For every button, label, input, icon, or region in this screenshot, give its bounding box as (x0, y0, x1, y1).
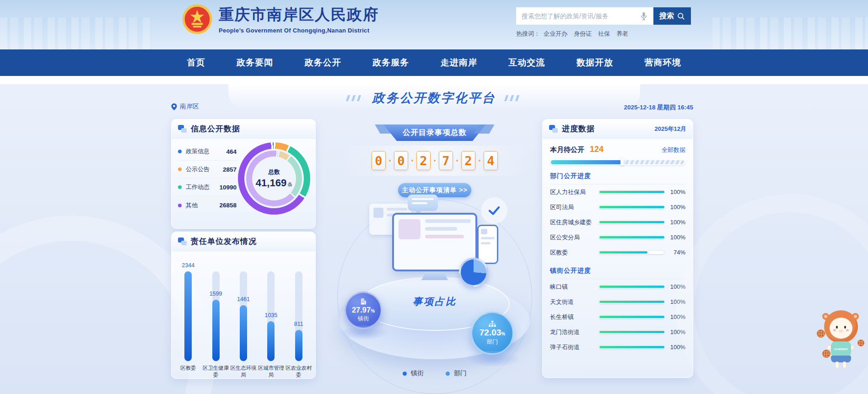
search-input[interactable] (516, 7, 653, 25)
towns-percent: 27.97% (352, 306, 375, 314)
progress-row: 区司法局100% (550, 200, 685, 215)
site-header: 重庆市南岸区人民政府 People’s Government Of Chongq… (0, 0, 868, 49)
departments-label: 部门 (487, 338, 498, 346)
progress-row-track (598, 285, 664, 289)
towns-label: 镇街 (358, 315, 369, 323)
departments-share-bubble: 72.03% 部门 (471, 312, 514, 355)
progress-row: 弹子石街道100% (550, 340, 685, 355)
legend-name: 工作动态 (186, 183, 219, 191)
legend-name: 公示公告 (186, 165, 223, 173)
bar-column: 1461 (230, 271, 257, 361)
progress-row-name: 龙门浩街道 (550, 328, 598, 336)
progress-row-percent: 100% (664, 219, 685, 226)
voice-search-icon[interactable] (639, 11, 649, 21)
brand-text: 重庆市南岸区人民政府 People’s Government Of Chongq… (219, 5, 379, 34)
bar-fill (267, 321, 275, 361)
panel-title: 进度数据 (562, 124, 595, 134)
pie-chart-icon (459, 258, 488, 287)
progress-row-fill (599, 221, 664, 223)
bar-category-label: 区城市管理局 (257, 365, 285, 378)
bar-chart: 2344159914611035811 (172, 251, 315, 361)
national-emblem-icon (182, 4, 212, 34)
progress-row-track (598, 220, 664, 224)
bar-column: 811 (286, 271, 312, 361)
progress-row: 区住房城乡建委100% (550, 215, 685, 230)
all-data-link[interactable]: 全部数据 (662, 146, 685, 154)
search-button[interactable]: 搜索 (653, 7, 691, 25)
nav-item-首页[interactable]: 首页 (184, 55, 208, 70)
bar-value-label: 1461 (237, 296, 250, 302)
progress-row-percent: 100% (664, 329, 685, 335)
pending-value: 124 (590, 145, 604, 154)
bar-column: 1035 (258, 271, 284, 361)
progress-row-track (598, 315, 664, 319)
hot-word[interactable]: 养老 (616, 30, 628, 37)
platform-illustration: 事项占比 (341, 201, 528, 366)
info-open-data-panel: 信息公开数据 政策信息464公示公告2857工作动态10990其他26858 总… (171, 119, 316, 229)
bar-track: 1035 (267, 271, 275, 361)
progress-row: 天文街道100% (550, 294, 685, 309)
ribbon-banner: 公开目录事项总数 (377, 124, 492, 141)
bar-value-label: 2344 (182, 262, 194, 269)
bar-fill (212, 300, 220, 361)
donut-center: 总数 41,169条 (252, 157, 296, 200)
progress-row-percent: 100% (664, 313, 685, 320)
legend-dot (178, 204, 182, 207)
progress-row-fill (599, 251, 647, 254)
center-column: 公开目录事项总数 002724 主动公开事项清单 >> 事项占比 (341, 119, 528, 394)
chat-bubble-illustration (408, 194, 438, 211)
bar-category-label: 区生态环境局 (230, 365, 257, 378)
progress-row-name: 区住房城乡建委 (550, 218, 598, 227)
counter-digit: 2 (461, 151, 475, 170)
title-deco-right (504, 95, 522, 101)
bar-categories: 区教委区卫生健康委区生态环境局区城市管理局区农业农村委 (172, 361, 315, 378)
city-skyline-left (0, 17, 151, 49)
legend-row: 工作动态10990 (178, 178, 237, 196)
progress-row-track (598, 250, 664, 254)
progress-row-name: 区公安分局 (550, 233, 598, 242)
progress-row-percent: 100% (664, 298, 685, 305)
hot-word[interactable]: 企业开办 (544, 30, 567, 37)
legend-value: 26858 (219, 202, 237, 209)
region-selector[interactable]: 南岸区 (171, 103, 199, 111)
lion-leg (842, 362, 846, 368)
bar-fill (295, 330, 302, 361)
nav-item-政务公开[interactable]: 政务公开 (302, 55, 344, 70)
bar-value-label: 1599 (210, 291, 222, 297)
bar-track: 2344 (184, 271, 192, 361)
shirt-text: SUMMER (834, 348, 848, 351)
bar-track: 1461 (240, 271, 247, 361)
lion-ear (822, 313, 829, 320)
legend-name: 政策信息 (186, 147, 226, 156)
month-progress-handle[interactable] (620, 158, 624, 166)
hot-search-row: 热搜词： 企业开办身份证社保养老 (516, 30, 691, 38)
magnifier-icon (677, 12, 685, 20)
progress-row-fill (599, 316, 664, 318)
panel-header: 责任单位发布情况 (172, 232, 315, 251)
counter-digit: 4 (484, 151, 498, 170)
main-nav: 首页政务要闻政务公开政务服务走进南岸互动交流数据开放营商环境 (0, 49, 868, 76)
bubble-pedestal (465, 351, 519, 367)
panel-header: 信息公开数据 (172, 119, 315, 139)
hot-word[interactable]: 社保 (598, 30, 610, 37)
site-logo-link[interactable]: 重庆市南岸区人民政府 People’s Government Of Chongq… (182, 4, 379, 34)
nav-item-政务服务[interactable]: 政务服务 (370, 55, 412, 70)
progress-row-track (598, 300, 664, 304)
legend-row: 其他26858 (178, 196, 237, 214)
counter-digit: 7 (439, 151, 453, 170)
nav-item-数据开放[interactable]: 数据开放 (574, 55, 616, 70)
nav-item-政务要闻[interactable]: 政务要闻 (234, 55, 276, 70)
nav-item-走进南岸[interactable]: 走进南岸 (438, 55, 480, 70)
main-content: 政务公开数字化平台 南岸区 2025-12-18 星期四 16:45 信息公开数… (0, 76, 868, 394)
panel-icon (178, 125, 187, 133)
page-title: 政务公开数字化平台 (372, 90, 496, 106)
mascot-assistant[interactable]: SUMMER (817, 301, 864, 371)
lion-leg (835, 362, 839, 368)
progress-row-fill (599, 301, 664, 303)
hot-word[interactable]: 身份证 (574, 30, 592, 37)
checkmark-icon (481, 197, 507, 224)
bar-value-label: 811 (294, 321, 303, 327)
nav-item-营商环境[interactable]: 营商环境 (642, 55, 684, 70)
panel-header: 进度数据 2025年12月 (543, 119, 693, 139)
nav-item-互动交流[interactable]: 互动交流 (506, 55, 548, 70)
